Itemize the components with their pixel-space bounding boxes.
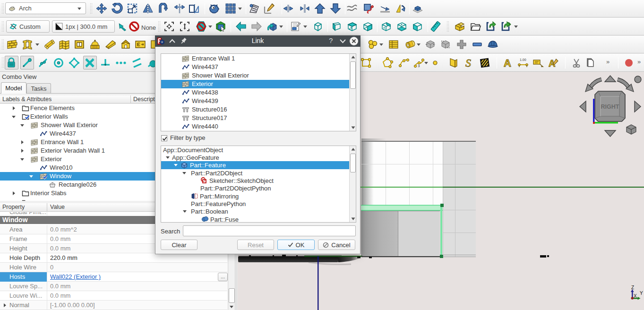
- svg-text:1.00: 1.00: [520, 58, 526, 61]
- svg-text:S: S: [465, 57, 471, 69]
- svg-text:Y: Y: [640, 291, 643, 296]
- svg-text:Z: Z: [631, 285, 634, 290]
- svg-text:3: 3: [418, 64, 420, 68]
- svg-text:RIGHT: RIGHT: [601, 103, 619, 110]
- svg-text:A: A: [504, 57, 511, 69]
